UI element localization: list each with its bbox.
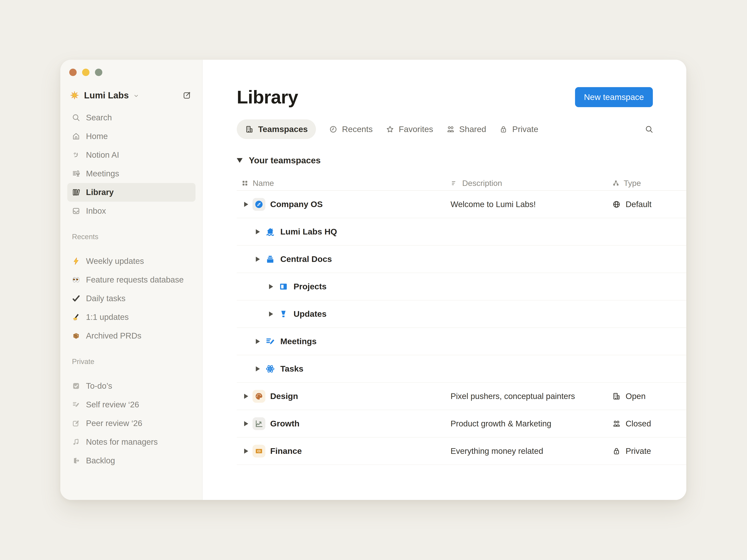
- recent-item[interactable]: Daily tasks: [67, 289, 196, 308]
- sidebar-nav-item[interactable]: Notion AI: [67, 145, 196, 164]
- zoom-window-button[interactable]: [95, 69, 102, 76]
- sidebar-nav-item[interactable]: Inbox: [67, 202, 196, 220]
- expand-arrow-icon[interactable]: [244, 449, 248, 454]
- tab[interactable]: Private: [499, 119, 538, 139]
- expand-arrow-icon[interactable]: [256, 229, 260, 234]
- sidebar-nav-item[interactable]: Meetings: [67, 164, 196, 183]
- row-icon-chip: [253, 417, 265, 430]
- private-list: To-do’s Self review ‘26 Peer review ‘26 …: [67, 377, 196, 470]
- sidebar: Lumi Labs Search Home Notion AI: [60, 60, 203, 500]
- section-title: Your teamspaces: [249, 155, 320, 165]
- recent-item[interactable]: Archived PRDs: [67, 326, 196, 345]
- table-row[interactable]: Meetings: [237, 328, 686, 355]
- table-row[interactable]: Central Docs: [237, 246, 686, 273]
- teamspace-type-label: Open: [626, 392, 646, 401]
- teamspace-type-label: Default: [626, 200, 651, 209]
- column-header-name: Name: [253, 179, 274, 188]
- sidebar-nav-label: Home: [86, 132, 108, 141]
- projects-frame-icon: [278, 282, 289, 292]
- recents-section-label: Recents: [72, 233, 196, 241]
- globe-icon: [612, 200, 621, 209]
- sidebar-nav-item[interactable]: Search: [67, 108, 196, 127]
- recent-item-label: Archived PRDs: [86, 331, 141, 341]
- expand-arrow-icon[interactable]: [244, 394, 248, 399]
- teamspace-name: Meetings: [280, 337, 316, 346]
- sidebar-nav: Search Home Notion AI Meetings: [67, 108, 196, 220]
- square-pencil-icon: [72, 419, 80, 428]
- teamspace-type-label: Closed: [626, 419, 651, 428]
- row-icon-chip: [265, 336, 276, 347]
- private-item-label: Notes for managers: [86, 437, 158, 447]
- expand-arrow-icon[interactable]: [256, 257, 260, 262]
- star-icon: [386, 125, 394, 134]
- teamspace-description: Product growth & Marketing: [446, 419, 608, 428]
- expand-arrow-icon[interactable]: [244, 421, 248, 426]
- tab[interactable]: Shared: [446, 119, 486, 139]
- tab-label: Recents: [342, 125, 373, 134]
- row-icon-chip: [278, 282, 289, 292]
- recent-item[interactable]: Weekly updates: [67, 252, 196, 270]
- package-icon: [72, 331, 80, 340]
- expand-arrow-icon[interactable]: [256, 339, 260, 344]
- teamspace-type-label: Private: [626, 447, 651, 456]
- lightning-icon: [72, 257, 80, 266]
- private-item-label: Self review ‘26: [86, 400, 139, 409]
- private-item[interactable]: Peer review ‘26: [67, 414, 196, 433]
- sidebar-nav-item[interactable]: Home: [67, 127, 196, 145]
- table-row[interactable]: Finance Everything money related Private: [237, 437, 686, 465]
- table-row[interactable]: Projects: [237, 273, 686, 300]
- your-teamspaces-toggle[interactable]: Your teamspaces: [237, 155, 686, 165]
- new-teamspace-button[interactable]: New teamspace: [575, 87, 653, 107]
- atom-icon: [265, 364, 276, 374]
- meetings-pencil-icon: [265, 336, 276, 347]
- table-row[interactable]: Company OS Welcome to Lumi Labs! Default: [237, 191, 686, 218]
- recent-item[interactable]: Feature requests database: [67, 270, 196, 289]
- private-item[interactable]: Self review ‘26: [67, 395, 196, 414]
- org-chart-icon: [612, 179, 620, 187]
- row-icon-chip: [278, 309, 289, 319]
- row-icon-chip: [253, 198, 265, 211]
- workspace-switcher[interactable]: Lumi Labs: [67, 90, 196, 101]
- row-icon-chip: [253, 390, 265, 403]
- table-row[interactable]: Updates: [237, 300, 686, 328]
- search-icon[interactable]: [645, 125, 654, 134]
- page-title: Library: [237, 86, 298, 108]
- expand-arrow-icon[interactable]: [256, 366, 260, 371]
- tab-list: Teamspaces Recents Favorites Sha: [237, 119, 538, 139]
- teamspace-name: Design: [270, 392, 298, 401]
- close-window-button[interactable]: [69, 69, 77, 76]
- table-row[interactable]: Growth Product growth & Marketing Closed: [237, 410, 686, 437]
- recent-item[interactable]: 1:1 updates: [67, 308, 196, 326]
- main-content: Library New teamspace Teamspaces Recents: [203, 60, 686, 500]
- table-row[interactable]: Tasks: [237, 355, 686, 383]
- private-item[interactable]: Notes for managers: [67, 433, 196, 451]
- recent-item-label: Weekly updates: [86, 257, 144, 266]
- expand-arrow-icon[interactable]: [244, 202, 248, 207]
- private-item[interactable]: To-do’s: [67, 377, 196, 395]
- recent-item-label: Daily tasks: [86, 294, 126, 303]
- teamspace-description: Pixel pushers, conceptual painters: [446, 392, 608, 401]
- private-item-label: To-do’s: [86, 381, 112, 391]
- teamspace-type: Private: [608, 447, 686, 456]
- building-icon: [612, 392, 621, 401]
- tab[interactable]: Recents: [329, 119, 373, 139]
- sidebar-nav-item[interactable]: Library: [67, 183, 196, 202]
- palette-icon: [254, 392, 264, 401]
- table-row[interactable]: Lumi Labs HQ: [237, 218, 686, 246]
- list-pencil-icon: [72, 400, 80, 409]
- tab-label: Favorites: [399, 125, 433, 134]
- door-arrow-icon: [72, 456, 80, 465]
- lock-icon: [499, 125, 508, 134]
- eyes-icon: [72, 275, 80, 284]
- teamspace-description: Everything money related: [446, 447, 608, 456]
- private-item[interactable]: Backlog: [67, 451, 196, 470]
- table-row[interactable]: Design Pixel pushers, conceptual painter…: [237, 383, 686, 410]
- expand-arrow-icon[interactable]: [269, 284, 273, 289]
- tab[interactable]: Favorites: [386, 119, 433, 139]
- minimize-window-button[interactable]: [82, 69, 89, 76]
- tab-bar: Teamspaces Recents Favorites Sha: [237, 119, 686, 139]
- tab[interactable]: Teamspaces: [237, 119, 316, 139]
- expand-arrow-icon[interactable]: [269, 312, 273, 317]
- sun-icon: [69, 90, 80, 101]
- compose-icon[interactable]: [182, 90, 191, 100]
